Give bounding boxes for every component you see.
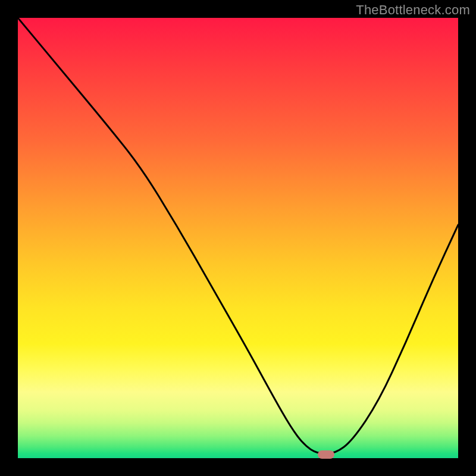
sweet-spot-marker [318, 450, 334, 459]
chart-frame: TheBottleneck.com [0, 0, 476, 476]
curve-layer [18, 18, 458, 458]
plot-area [18, 18, 458, 458]
watermark-text: TheBottleneck.com [356, 2, 470, 18]
bottleneck-curve [18, 18, 458, 454]
